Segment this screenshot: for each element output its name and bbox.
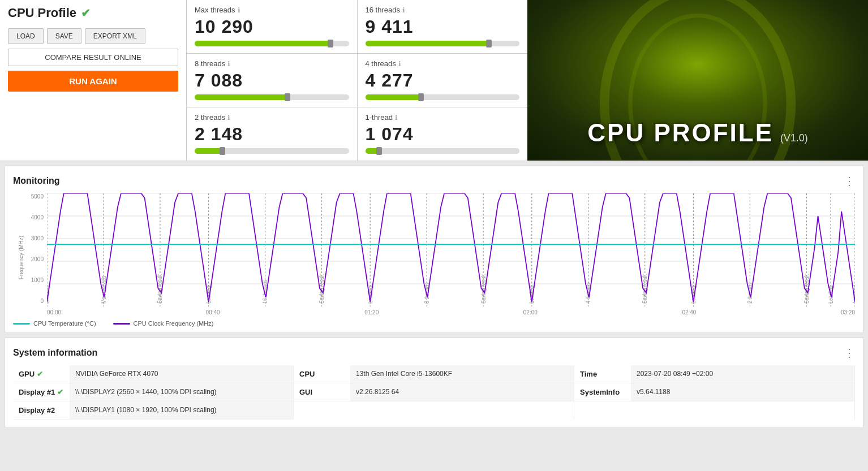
info-icon-0[interactable]: ℹ [238, 6, 240, 14]
sysinfo-col: Time2023-07-20 08:49 +02:00SystemInfov5.… [574, 365, 855, 420]
left-panel: CPU Profile ✔ LOAD SAVE EXPORT XML COMPA… [0, 0, 187, 161]
sysinfo-val: v5.64.1188 [631, 383, 854, 401]
score-bar-fill-3 [366, 94, 421, 100]
sysinfo-key: SystemInfo [574, 383, 631, 401]
banner: CPU PROFILE (V1.0) [527, 0, 868, 161]
score-value-0: 10 290 [195, 16, 349, 37]
sysinfo-row: CPU13th Gen Intel Core i5-13600KF [294, 365, 574, 383]
score-bar-track-0 [195, 41, 349, 46]
monitoring-chart: LoadingMax threadsSaving resultLoading16… [47, 193, 855, 306]
sysinfo-val: \\.\DISPLAY1 (1080 × 1920, 100% DPI scal… [70, 401, 293, 419]
compare-result-button[interactable]: COMPARE RESULT ONLINE [8, 49, 178, 66]
score-label-4: 2 threads ℹ [195, 113, 349, 122]
score-value-5: 1 074 [366, 124, 520, 145]
score-label-0: Max threads ℹ [195, 6, 349, 14]
action-buttons-row: LOAD SAVE EXPORT XML [8, 28, 178, 44]
score-value-2: 7 088 [195, 70, 349, 91]
sysinfo-val: 2023-07-20 08:49 +02:00 [631, 365, 854, 383]
banner-title: CPU PROFILE [587, 119, 774, 146]
banner-text: CPU PROFILE (V1.0) [587, 119, 807, 161]
score-card-2: 8 threads ℹ 7 088 [187, 54, 357, 107]
score-bar-thumb-0 [328, 40, 333, 47]
check-icon: ✔ [57, 388, 63, 396]
sysinfo-col: GPU ✔NVIDIA GeForce RTX 4070Display #1 ✔… [13, 365, 294, 420]
score-card-4: 2 threads ℹ 2 148 [187, 107, 357, 161]
sysinfo-val: \\.\DISPLAY2 (2560 × 1440, 100% DPI scal… [70, 383, 293, 401]
sysinfo-key: Display #1 ✔ [13, 383, 70, 401]
run-again-button[interactable]: RUN AGAIN [8, 71, 178, 92]
cpu-profile-label: CPU Profile [8, 6, 76, 20]
score-bar-thumb-3 [418, 93, 424, 101]
x-axis-labels: 00:00 00:40 01:20 02:00 02:40 03:20 [47, 309, 855, 316]
sysinfo-val: v2.26.8125 64 [350, 383, 574, 401]
sysinfo-col: CPU13th Gen Intel Core i5-13600KFGUIv2.2… [294, 365, 574, 420]
score-bar-fill-0 [195, 41, 330, 46]
score-label-2: 8 threads ℹ [195, 59, 349, 68]
sysinfo-row: SystemInfov5.64.1188 [574, 383, 854, 401]
sysinfo-row: Time2023-07-20 08:49 +02:00 [574, 365, 854, 383]
sysinfo-key: CPU [294, 365, 350, 383]
score-label-1: 16 threads ℹ [366, 6, 520, 14]
temp-legend-label: CPU Temperature (°C) [33, 320, 96, 327]
y-axis-title: Frequency (MHz) [18, 236, 24, 279]
chart-container: 5000 4000 3000 2000 1000 0 Frequency (MH… [13, 193, 855, 316]
score-bar-fill-1 [366, 41, 489, 46]
sysinfo-row: Display #2\\.\DISPLAY1 (1080 × 1920, 100… [13, 401, 293, 420]
info-icon-5[interactable]: ℹ [395, 114, 398, 122]
score-card-5: 1-thread ℹ 1 074 [358, 107, 528, 161]
sysinfo-key: Display #2 [13, 401, 70, 419]
sysinfo-row: GUIv2.26.8125 64 [294, 383, 574, 401]
score-bar-track-4 [195, 148, 349, 154]
save-button[interactable]: SAVE [47, 28, 81, 44]
legend-temp: CPU Temperature (°C) [13, 320, 96, 327]
monitoring-menu-icon[interactable]: ⋮ [844, 174, 855, 188]
score-bar-track-5 [366, 148, 520, 154]
score-bar-fill-4 [195, 148, 222, 154]
check-icon: ✔ [37, 370, 43, 378]
system-info-section: System information ⋮ GPU ✔NVIDIA GeForce… [5, 338, 863, 428]
score-card-0: Max threads ℹ 10 290 [187, 0, 357, 53]
score-card-3: 4 threads ℹ 4 277 [358, 54, 528, 107]
legend-freq: CPU Clock Frequency (MHz) [113, 320, 214, 327]
score-label-3: 4 threads ℹ [366, 59, 520, 68]
monitoring-section: Monitoring ⋮ 5000 4000 3000 2000 1000 0 … [5, 166, 863, 333]
sysinfo-row: Display #1 ✔\\.\DISPLAY2 (2560 × 1440, 1… [13, 383, 293, 401]
sysinfo-key: GPU ✔ [13, 365, 70, 383]
sysinfo-menu-icon[interactable]: ⋮ [844, 346, 855, 360]
temp-line-icon [13, 323, 30, 325]
load-button[interactable]: LOAD [8, 28, 44, 44]
score-bar-thumb-2 [285, 93, 290, 101]
sysinfo-key: GUI [294, 383, 350, 401]
score-bar-thumb-1 [486, 40, 492, 47]
info-icon-1[interactable]: ℹ [402, 6, 405, 14]
sysinfo-row: GPU ✔NVIDIA GeForce RTX 4070 [13, 365, 293, 383]
score-card-1: 16 threads ℹ 9 411 [358, 0, 528, 53]
score-bar-track-1 [366, 41, 520, 46]
info-icon-2[interactable]: ℹ [227, 60, 230, 68]
sysinfo-val: 13th Gen Intel Core i5-13600KF [350, 365, 574, 383]
score-bar-thumb-4 [220, 147, 225, 155]
sysinfo-key: Time [574, 365, 631, 383]
score-label-5: 1-thread ℹ [366, 113, 520, 122]
score-value-3: 4 277 [366, 70, 520, 91]
sysinfo-val: NVIDIA GeForce RTX 4070 [70, 365, 293, 383]
freq-legend-label: CPU Clock Frequency (MHz) [134, 320, 214, 327]
score-bar-thumb-5 [376, 147, 382, 155]
cpu-profile-title: CPU Profile ✔ [8, 6, 178, 20]
sysinfo-header: System information ⋮ [13, 346, 855, 360]
info-icon-4[interactable]: ℹ [227, 114, 230, 122]
freq-line-icon [113, 323, 130, 325]
score-bar-track-2 [195, 94, 349, 100]
banner-version: (V1.0) [780, 132, 808, 144]
info-icon-3[interactable]: ℹ [398, 60, 401, 68]
score-value-1: 9 411 [366, 16, 520, 37]
chart-area: Frequency (MHz) LoadingMax threadsSaving… [47, 193, 855, 316]
chart-legend: CPU Temperature (°C) CPU Clock Frequency… [13, 320, 855, 327]
sysinfo-title: System information [13, 348, 97, 358]
score-bar-fill-2 [195, 94, 287, 100]
monitoring-header: Monitoring ⋮ [13, 174, 855, 188]
monitoring-title: Monitoring [13, 176, 60, 186]
export-xml-button[interactable]: EXPORT XML [85, 28, 145, 44]
score-grid: Max threads ℹ 10 290 16 threads ℹ 9 411 … [187, 0, 527, 161]
sysinfo-grid: GPU ✔NVIDIA GeForce RTX 4070Display #1 ✔… [13, 365, 855, 420]
